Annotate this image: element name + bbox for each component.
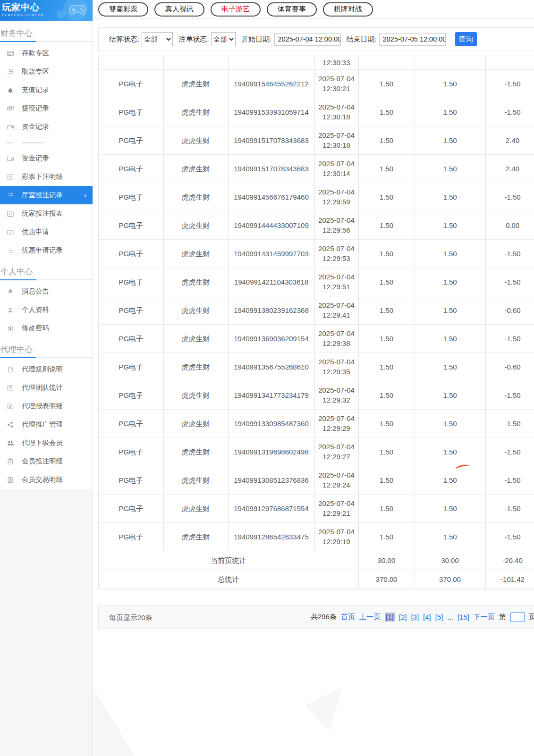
valid-amount-cell: 1.50 xyxy=(415,409,485,437)
sidebar-item-deposit-zone[interactable]: 存款专区 xyxy=(0,44,93,62)
sidebar-item-recharge-records[interactable]: 充值记录 xyxy=(0,81,93,99)
empty-cell xyxy=(358,56,415,69)
valid-amount-cell: 1.50 xyxy=(415,494,485,522)
bet-table-row: PG电子虎虎生财19409915464552622122025-07-0412:… xyxy=(99,69,534,98)
valid-amount-cell: 1.50 xyxy=(415,466,485,494)
sidebar-item-funds-records[interactable]: 资金记录 xyxy=(0,118,93,136)
time-cell: 2025-07-0412:29:53 xyxy=(314,239,358,268)
bet-id-cell: 1940991421104303618 xyxy=(228,268,314,296)
winloss-cell: -1.50 xyxy=(485,381,534,409)
order-status-select[interactable]: 全部 xyxy=(211,32,236,46)
platform-cell: PG电子 xyxy=(99,183,163,211)
time-cell: 2025-07-0412:29:41 xyxy=(314,296,358,324)
time-cell: 2025-07-0412:29:21 xyxy=(314,494,358,522)
platform-cell: PG电子 xyxy=(99,522,163,551)
bet-amount-cell: 1.50 xyxy=(358,98,415,126)
section-title-finance: 财务中心 xyxy=(0,21,93,41)
current-page-link[interactable]: [1] xyxy=(385,613,395,622)
bet-id-cell: 1940991546455262212 xyxy=(228,69,314,98)
bet-id-cell: 1940991431459997703 xyxy=(228,239,314,268)
bet-id-cell: 1940991517078343683 xyxy=(228,154,314,183)
sidebar-item-announcements[interactable]: 消息公告 xyxy=(0,282,93,301)
bet-id-cell: 1940991330985487360 xyxy=(228,409,314,437)
sidebar-item-agent-sub-members[interactable]: 代理下级会员 xyxy=(0,434,93,452)
sidebar-item-promo-apply-records[interactable]: 优惠申请记录 xyxy=(0,241,93,260)
time-cell: 2025-07-0412:30:21 xyxy=(314,69,358,98)
sidebar-item-funds-records-2[interactable]: 资金记录 xyxy=(0,149,93,168)
settle-status-label: 结算状态: xyxy=(109,35,139,44)
prev-page-link[interactable]: 上一页 xyxy=(359,613,381,622)
platform-cell: PG电子 xyxy=(99,466,163,494)
tab-sports-events[interactable]: 体育赛事 xyxy=(267,2,317,17)
winloss-cell: 2.40 xyxy=(485,154,534,183)
first-page-link[interactable]: 首页 xyxy=(341,613,355,622)
end-date-label: 结束日期: xyxy=(347,35,377,44)
platform-cell: PG电子 xyxy=(99,154,163,183)
sidebar-item-change-password[interactable]: 修改密码 xyxy=(0,319,93,337)
tab-live-casino[interactable]: 真人视讯 xyxy=(154,2,204,17)
bet-amount-cell: 1.50 xyxy=(358,154,415,183)
sidebar-item-player-bet-report[interactable]: 玩家投注报表 xyxy=(0,204,93,223)
query-button[interactable]: 查询 xyxy=(455,32,477,46)
sidebar-item-hall-bet-records[interactable]: 厅室投注记录› xyxy=(0,186,93,204)
page-jump-input[interactable] xyxy=(510,612,525,622)
empty-cell xyxy=(485,56,534,69)
valid-amount-cell: 1.50 xyxy=(415,69,485,98)
platform-cell: PG电子 xyxy=(99,353,163,381)
settle-status-select[interactable]: 全部 xyxy=(142,32,173,46)
bet-id-cell: 1940991286542633475 xyxy=(228,522,314,551)
start-date-input[interactable] xyxy=(274,33,341,46)
bet-id-cell: 1940991356755268610 xyxy=(228,353,314,381)
game-cell: 虎虎生财 xyxy=(163,211,228,239)
page-link-3[interactable]: [3] xyxy=(411,613,419,621)
bet-id-cell: 1940991341773234179 xyxy=(228,381,314,409)
sidebar-item-promo-apply[interactable]: 优惠申请 xyxy=(0,223,93,241)
tab-electronic-games[interactable]: 电子游艺 xyxy=(211,2,261,17)
sidebar-item-label: 修改密码 xyxy=(22,324,49,333)
section-underline xyxy=(0,41,93,42)
summary-winloss-cell: -20.40 xyxy=(485,551,534,570)
time-cell: 2025-07-0412:29:38 xyxy=(314,324,358,353)
tab-double-win-lottery[interactable]: 雙赢彩票 xyxy=(98,2,148,17)
valid-amount-cell: 1.50 xyxy=(415,211,485,239)
sidebar-item-member-bet-details[interactable]: 会员投注明细 xyxy=(0,452,93,470)
chart-icon xyxy=(7,210,14,218)
bet-amount-cell: 1.50 xyxy=(358,126,415,154)
sidebar-item-agent-rules[interactable]: 代理规则说明 xyxy=(0,360,93,378)
next-page-link[interactable]: 下一页 xyxy=(474,613,495,622)
time-cell: 2025-07-0412:30:14 xyxy=(314,154,358,183)
sidebar-item-agent-team-stats[interactable]: 代理团队统计 xyxy=(0,378,93,397)
section-underline xyxy=(0,357,93,358)
sidebar-item-withdrawal-records[interactable]: 提现记录 xyxy=(0,99,93,118)
page-link-2[interactable]: [2] xyxy=(399,613,407,621)
bet-table-row: PG电子虎虎生财19409913085123768362025-07-0412:… xyxy=(99,466,534,494)
page-link-15[interactable]: [15] xyxy=(458,613,469,621)
sidebar-item-label: 玩家投注报表 xyxy=(22,209,63,218)
winloss-cell: -1.50 xyxy=(485,437,534,466)
bet-table-row: PG电子虎虎生财19409913567552686102025-07-0412:… xyxy=(99,353,534,381)
page-link-5[interactable]: [5] xyxy=(435,613,443,621)
sidebar-item-agent-report-details[interactable]: 代理报表明细 xyxy=(0,397,93,415)
section-title-agent: 代理中心 xyxy=(0,337,93,357)
tab-board-games[interactable]: 棋牌对战 xyxy=(323,2,373,17)
bell-icon xyxy=(7,288,14,295)
sidebar-item-lottery-bet-details[interactable]: 彩票下注明细 xyxy=(0,168,93,186)
sidebar-item-label: 厅室投注记录 xyxy=(22,191,63,200)
end-date-input[interactable] xyxy=(379,33,446,46)
sidebar-item-agent-promotion[interactable]: 代理推广管理 xyxy=(0,415,93,434)
bet-amount-cell: 1.50 xyxy=(358,268,415,296)
valid-amount-cell: 1.50 xyxy=(415,154,485,183)
winloss-cell: -1.50 xyxy=(485,183,534,211)
sidebar-item-profile[interactable]: 个人资料 xyxy=(0,301,93,319)
platform-cell: PG电子 xyxy=(99,437,163,466)
empty-cell xyxy=(415,56,485,69)
bet-table-row: PG电子虎虎生财19409914314599977032025-07-0412:… xyxy=(99,239,534,268)
sidebar-background xyxy=(0,489,93,756)
sidebar-item-member-transaction-details[interactable]: 会员交易明细 xyxy=(0,470,93,489)
bet-id-cell: 1940991456676179460 xyxy=(228,183,314,211)
sidebar-item-withdraw-zone[interactable]: 取款专区 xyxy=(0,62,93,81)
platform-cell: PG电子 xyxy=(99,268,163,296)
sidebar-menu: 财务中心存款专区取款专区充值记录提现记录资金记录资金记录彩票下注明细厅室投注记录… xyxy=(0,21,93,489)
page-link-4[interactable]: [4] xyxy=(423,613,431,621)
bet-table-row: PG电子虎虎生财19409913802391623682025-07-0412:… xyxy=(99,296,534,324)
